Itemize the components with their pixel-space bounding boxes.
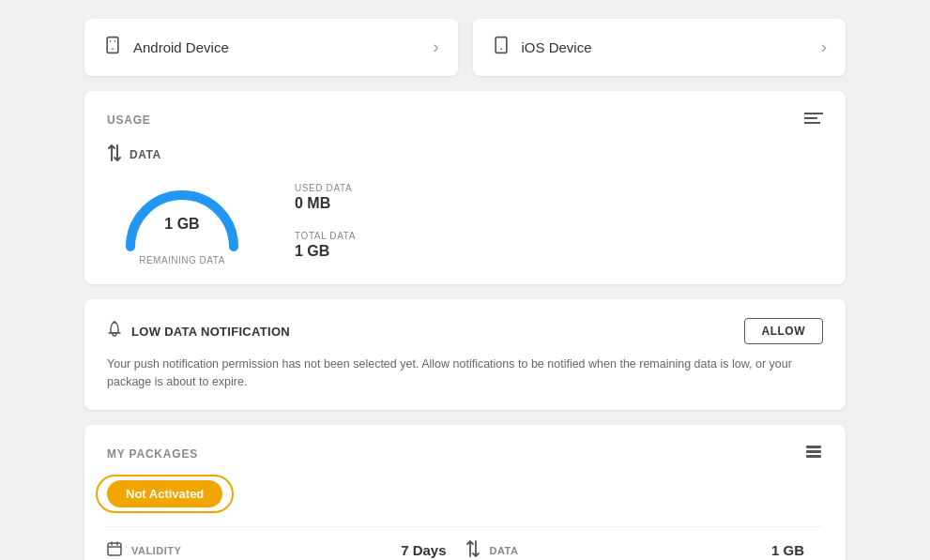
usage-section: USAGE DATA: [84, 91, 846, 284]
android-device-label: Android Device: [133, 39, 229, 55]
notification-title: LOW DATA NOTIFICATION: [131, 325, 290, 339]
android-icon: [103, 36, 122, 59]
gauge-svg: [116, 176, 248, 251]
device-row: Android Device › iOS Device ›: [84, 19, 846, 76]
svg-rect-12: [108, 543, 121, 555]
data-section-label: DATA: [130, 148, 161, 161]
used-data-value: 0 MB: [295, 195, 356, 212]
ios-chevron-icon: ›: [821, 38, 827, 57]
gauge-center: 1 GB: [164, 216, 199, 233]
gauge-sublabel: REMAINING DATA: [139, 255, 225, 265]
total-data-value: 1 GB: [295, 243, 356, 260]
validity-value: 7 Days: [401, 542, 446, 558]
gauge-value: 1 GB: [164, 216, 199, 233]
svg-rect-0: [107, 38, 118, 53]
packages-header: MY PACKAGES: [107, 444, 823, 465]
usage-menu-icon[interactable]: [804, 110, 823, 129]
android-device-left: Android Device: [103, 36, 229, 59]
page-container: Android Device › iOS Device › USAGE: [9, 9, 921, 560]
data-label-row: DATA: [107, 144, 823, 165]
data-transfer-icon: [107, 144, 122, 165]
android-chevron-icon: ›: [434, 38, 439, 57]
usage-header: USAGE: [107, 110, 823, 129]
validity-label: VALIDITY: [131, 545, 181, 556]
total-data-label: TOTAL DATA: [295, 231, 356, 241]
ios-device-card[interactable]: iOS Device ›: [473, 19, 846, 76]
ios-icon: [492, 36, 511, 59]
stacked-layers-icon[interactable]: [804, 444, 823, 465]
bell-icon: [107, 321, 122, 341]
data-item: DATA 1 GB: [465, 540, 824, 561]
gauge-container: 1 GB REMAINING DATA: [107, 176, 257, 265]
packages-title: MY PACKAGES: [107, 447, 198, 461]
ios-device-left: iOS Device: [492, 36, 592, 59]
my-packages-section: MY PACKAGES Not Activated: [84, 425, 846, 561]
notification-title-row: LOW DATA NOTIFICATION: [107, 321, 290, 341]
svg-rect-11: [806, 455, 821, 458]
svg-rect-3: [495, 38, 507, 53]
svg-point-8: [114, 322, 115, 324]
used-data-label: USED DATA: [295, 183, 356, 193]
data-transfer-icon-2: [465, 540, 480, 561]
used-data-stat: USED DATA 0 MB: [295, 183, 356, 212]
data-label: DATA: [490, 545, 519, 556]
low-data-notification-section: LOW DATA NOTIFICATION ALLOW Your push no…: [84, 299, 846, 410]
package-info-row: VALIDITY 7 Days DATA 1 GB: [107, 526, 823, 561]
usage-content: 1 GB REMAINING DATA USED DATA 0 MB TOTAL…: [107, 176, 823, 265]
calendar-icon: [107, 541, 122, 560]
allow-button[interactable]: ALLOW: [744, 318, 824, 344]
usage-title: USAGE: [107, 114, 151, 127]
android-device-card[interactable]: Android Device ›: [84, 19, 458, 76]
data-stats: USED DATA 0 MB TOTAL DATA 1 GB: [295, 183, 356, 260]
validity-item: VALIDITY 7 Days: [107, 541, 465, 560]
notification-description: Your push notification permission has no…: [107, 356, 823, 391]
notification-header: LOW DATA NOTIFICATION ALLOW: [107, 318, 823, 344]
not-activated-badge: Not Activated: [107, 480, 222, 507]
svg-rect-10: [806, 450, 821, 453]
badge-container: Not Activated: [107, 480, 222, 507]
data-value: 1 GB: [771, 542, 804, 558]
svg-rect-9: [806, 446, 821, 448]
ios-device-label: iOS Device: [522, 39, 592, 55]
total-data-stat: TOTAL DATA 1 GB: [295, 231, 356, 260]
